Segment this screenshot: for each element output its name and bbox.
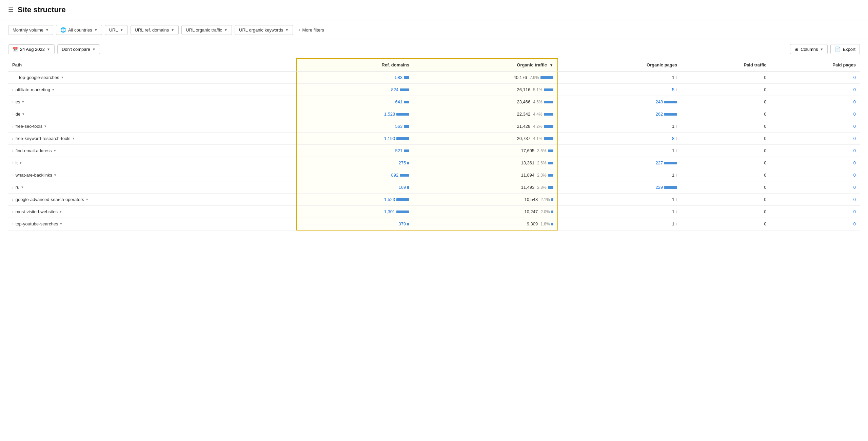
paid-pages-cell: 0 xyxy=(771,181,860,194)
path-dropdown-icon[interactable]: ▾ xyxy=(61,75,63,80)
path-dropdown-icon[interactable]: ▾ xyxy=(52,87,54,92)
expand-icon[interactable]: › xyxy=(12,112,14,116)
columns-label: Columns xyxy=(801,47,818,52)
expand-icon[interactable]: › xyxy=(12,161,14,165)
ref-domains-value[interactable]: 824 xyxy=(391,87,399,92)
path-dropdown-icon[interactable]: ▾ xyxy=(60,222,62,226)
organic-pages-cell: 1 xyxy=(558,145,682,157)
traffic-pct: 2.3% xyxy=(537,185,546,190)
compare-button[interactable]: Don't compare ▼ xyxy=(57,44,100,54)
organic-traffic-cell: 40,176 7.9% xyxy=(413,71,557,84)
paid-pages-value[interactable]: 0 xyxy=(853,160,856,165)
path-dropdown-icon[interactable]: ▾ xyxy=(44,124,46,128)
traffic-value: 23,466 xyxy=(517,99,530,104)
ref-domains-value[interactable]: 275 xyxy=(399,160,406,165)
ref-domains-value[interactable]: 583 xyxy=(395,75,403,80)
organic-pages-value[interactable]: 5 xyxy=(672,87,674,92)
expand-icon[interactable]: › xyxy=(12,222,14,226)
paid-pages-value[interactable]: 0 xyxy=(853,136,856,141)
expand-icon[interactable]: › xyxy=(12,185,14,189)
paid-pages-cell: 0 xyxy=(771,145,860,157)
organic-pages-value: 1 xyxy=(672,173,674,178)
paid-pages-value[interactable]: 0 xyxy=(853,124,856,129)
ref-domains-value[interactable]: 1,528 xyxy=(384,112,395,117)
expand-icon[interactable]: › xyxy=(12,100,14,104)
paid-pages-value[interactable]: 0 xyxy=(853,221,856,226)
date-picker-button[interactable]: 📅 24 Aug 2022 ▼ xyxy=(8,44,55,54)
path-dropdown-icon[interactable]: ▾ xyxy=(22,100,24,104)
expand-icon[interactable]: › xyxy=(12,198,14,202)
expand-icon[interactable]: › xyxy=(12,124,14,128)
paid-pages-value[interactable]: 0 xyxy=(853,87,856,92)
path-name: find-email-address xyxy=(16,148,52,153)
main-table: Path Ref. domains Organic traffic ▼ Orga… xyxy=(8,58,860,230)
paid-pages-value[interactable]: 0 xyxy=(853,148,856,153)
organic-pages-value: 1 xyxy=(672,209,674,214)
paid-pages-cell: 0 xyxy=(771,169,860,181)
th-organic-traffic[interactable]: Organic traffic ▼ xyxy=(413,59,557,71)
ref-domains-value[interactable]: 379 xyxy=(399,221,406,226)
traffic-value: 40,176 xyxy=(513,75,527,80)
organic-pages-value: 1 xyxy=(672,197,674,202)
organic-pages-cell: 5 xyxy=(558,84,682,96)
table-row: ›affiliate-marketing▾ 824 26,116 5.1% 5 … xyxy=(8,84,860,96)
path-dropdown-icon[interactable]: ▾ xyxy=(86,197,88,202)
all-countries-filter[interactable]: 🌐 All countries ▼ xyxy=(56,25,102,35)
ref-domains-value[interactable]: 1,301 xyxy=(384,209,395,214)
ref-domains-value[interactable]: 641 xyxy=(395,99,403,104)
paid-pages-value[interactable]: 0 xyxy=(853,112,856,117)
organic-pages-cell: 1 xyxy=(558,169,682,181)
paid-traffic-value: 0 xyxy=(764,160,766,165)
paid-pages-value[interactable]: 0 xyxy=(853,185,856,190)
more-filters-button[interactable]: + More filters xyxy=(296,25,327,35)
path-dropdown-icon[interactable]: ▾ xyxy=(54,173,56,177)
path-name: free-seo-tools xyxy=(16,124,42,129)
monthly-volume-filter[interactable]: Monthly volume ▼ xyxy=(8,25,53,35)
expand-icon[interactable]: › xyxy=(12,173,14,177)
expand-icon[interactable]: › xyxy=(12,149,14,153)
url-ref-domains-label: URL ref. domains xyxy=(135,27,169,33)
organic-pages-value[interactable]: 227 xyxy=(656,160,663,165)
ref-domains-value[interactable]: 169 xyxy=(399,185,406,190)
compare-label: Don't compare xyxy=(62,47,90,52)
organic-pages-value[interactable]: 229 xyxy=(656,185,663,190)
url-filter[interactable]: URL ▼ xyxy=(105,25,128,35)
paid-traffic-cell: 0 xyxy=(681,206,770,218)
organic-traffic-cell: 21,428 4.2% xyxy=(413,120,557,133)
expand-icon[interactable]: › xyxy=(12,88,14,92)
organic-pages-value[interactable]: 262 xyxy=(656,112,663,117)
ref-domains-value[interactable]: 1,523 xyxy=(384,197,395,202)
expand-icon[interactable]: › xyxy=(12,137,14,141)
export-button[interactable]: 📄 Export xyxy=(830,44,860,54)
ref-domains-value[interactable]: 1,190 xyxy=(384,136,395,141)
path-dropdown-icon[interactable]: ▾ xyxy=(60,209,62,214)
url-organic-keywords-filter[interactable]: URL organic keywords ▼ xyxy=(235,25,293,35)
path-dropdown-icon[interactable]: ▾ xyxy=(22,112,24,116)
traffic-pct: 4.6% xyxy=(533,100,542,104)
paid-pages-value[interactable]: 0 xyxy=(853,99,856,104)
traffic-value: 26,116 xyxy=(517,87,530,92)
ref-domains-value[interactable]: 892 xyxy=(391,173,399,178)
ref-domains-cell: 641 xyxy=(297,96,413,108)
th-ref-domains[interactable]: Ref. domains xyxy=(297,59,413,71)
path-dropdown-icon[interactable]: ▾ xyxy=(21,185,23,189)
path-dropdown-icon[interactable]: ▾ xyxy=(73,136,75,141)
ref-domains-value[interactable]: 521 xyxy=(395,148,403,153)
columns-button[interactable]: ⊞ Columns ▼ xyxy=(790,44,828,54)
path-dropdown-icon[interactable]: ▾ xyxy=(20,161,22,165)
paid-pages-value[interactable]: 0 xyxy=(853,197,856,202)
menu-icon[interactable]: ☰ xyxy=(8,6,14,14)
paid-pages-value[interactable]: 0 xyxy=(853,75,856,80)
expand-icon[interactable]: › xyxy=(12,210,14,214)
organic-pages-value[interactable]: 248 xyxy=(656,99,663,104)
paid-pages-value[interactable]: 0 xyxy=(853,173,856,178)
url-ref-domains-filter[interactable]: URL ref. domains ▼ xyxy=(131,25,179,35)
organic-pages-cell: 1 xyxy=(558,71,682,84)
filters-bar: Monthly volume ▼ 🌐 All countries ▼ URL ▼… xyxy=(0,20,868,40)
paid-pages-value[interactable]: 0 xyxy=(853,209,856,214)
url-organic-traffic-filter[interactable]: URL organic traffic ▼ xyxy=(181,25,232,35)
organic-pages-cell: 262 xyxy=(558,108,682,120)
path-dropdown-icon[interactable]: ▾ xyxy=(54,148,56,153)
organic-pages-value[interactable]: 8 xyxy=(672,136,674,141)
ref-domains-value[interactable]: 563 xyxy=(395,124,403,129)
